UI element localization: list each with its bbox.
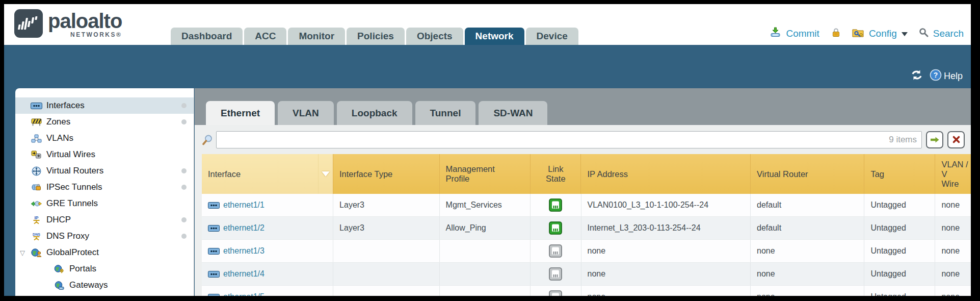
sidebar-item-label: IPSec Tunnels	[46, 182, 102, 192]
commit-button[interactable]: Commit	[786, 28, 819, 39]
gre-tunnels-icon	[30, 200, 43, 208]
interface-icon	[208, 225, 220, 232]
sidebar-item-ipsec-tunnels[interactable]: IPSec Tunnels	[15, 179, 194, 195]
sidebar-item-vlans[interactable]: VLANs	[15, 130, 194, 146]
dns-proxy-icon: DNS	[30, 232, 43, 241]
sort-dropdown-button[interactable]	[318, 154, 333, 194]
cell-virtual-router: none	[751, 240, 864, 262]
link-state-up-icon	[549, 221, 562, 235]
main-area: InterfacesZonesVLANsVirtual WiresVirtual…	[4, 88, 971, 296]
cell-ip-address: none	[581, 263, 751, 285]
expander-triangle-icon[interactable]: ▽	[20, 249, 25, 257]
search-button[interactable]: Search	[933, 28, 964, 39]
refresh-icon[interactable]	[910, 69, 923, 83]
cell-interface: ethernet1/5	[202, 286, 333, 296]
column-header-link-state[interactable]: LinkState	[531, 154, 581, 194]
link-state-down-icon	[549, 244, 562, 258]
sidebar-item-globalprotect[interactable]: ▽GlobalProtect	[15, 244, 194, 261]
help-icon: ?	[930, 69, 942, 84]
subtab-ethernet[interactable]: Ethernet	[206, 101, 275, 125]
nav-tab-network[interactable]: Network	[465, 28, 524, 45]
column-header-mgmt-profile[interactable]: ManagementProfile	[440, 154, 531, 194]
table-body: ethernet1/1Layer3Mgmt_ServicesVLAN0100_L…	[202, 194, 971, 296]
subtab-vlan[interactable]: VLAN	[278, 101, 334, 125]
cell-link-state	[531, 240, 581, 262]
table-row-ethernet1-4[interactable]: ethernet1/4nonenoneUntaggednone	[202, 263, 971, 286]
sidebar-item-virtual-routers[interactable]: Virtual Routers	[15, 163, 194, 179]
cell-link-state	[531, 194, 581, 216]
sidebar-item-gre-tunnels[interactable]: GRE Tunnels	[15, 195, 194, 212]
cell-tag: Untagged	[864, 217, 935, 239]
nav-tab-acc[interactable]: ACC	[244, 28, 286, 45]
column-header-ip[interactable]: IP Address	[581, 154, 751, 194]
subtab-loopback[interactable]: Loopback	[337, 101, 412, 125]
column-header-type[interactable]: Interface Type	[333, 154, 440, 194]
nav-tab-dashboard[interactable]: Dashboard	[171, 28, 243, 45]
clear-filter-button[interactable]	[947, 131, 965, 148]
sidebar-item-label: VLANs	[46, 133, 73, 143]
cell-virtual-router: default	[751, 194, 864, 216]
link-state-down-icon	[549, 267, 562, 281]
zones-icon	[30, 118, 43, 126]
interface-link[interactable]: ethernet1/4	[223, 269, 264, 279]
apply-filter-button[interactable]	[926, 131, 943, 148]
sidebar-item-dhcp[interactable]: IPDHCP	[15, 212, 194, 228]
help-button[interactable]: ? Help	[930, 69, 963, 84]
sort-triangle-icon	[322, 171, 330, 177]
cell-vlan-wire: none	[935, 240, 971, 262]
nav-tab-device[interactable]: Device	[526, 28, 578, 45]
table-row-ethernet1-5[interactable]: ethernet1/5nonenoneUntaggednone	[202, 286, 971, 296]
cell-interface-type	[333, 286, 439, 296]
interface-link[interactable]: ethernet1/1	[223, 200, 264, 210]
subtab-sd-wan[interactable]: SD-WAN	[479, 101, 547, 125]
lock-icon[interactable]	[831, 28, 841, 40]
cell-link-state	[531, 286, 581, 296]
status-dot	[181, 119, 187, 124]
sidebar-item-virtual-wires[interactable]: Virtual Wires	[15, 146, 194, 163]
sidebar-item-label: DNS Proxy	[46, 231, 89, 241]
sidebar-item-interfaces[interactable]: Interfaces	[15, 97, 194, 114]
help-label: Help	[944, 71, 963, 82]
cell-interface-type: Layer3	[333, 217, 439, 239]
table-row-ethernet1-1[interactable]: ethernet1/1Layer3Mgmt_ServicesVLAN0100_L…	[202, 194, 971, 217]
config-button[interactable]: Config	[869, 28, 897, 39]
cell-management-profile	[440, 263, 531, 285]
link-state-down-icon	[549, 290, 562, 296]
sidebar-item-zones[interactable]: Zones	[15, 114, 194, 130]
sidebar-item-gateways[interactable]: Gateways	[15, 277, 194, 293]
cell-interface-type: Layer3	[333, 194, 439, 216]
subtabs: EthernetVLANLoopbackTunnelSD-WAN	[206, 101, 547, 125]
content-area: EthernetVLANLoopbackTunnelSD-WAN 9 items…	[195, 88, 971, 296]
logo-wordmark: paloalto	[48, 9, 122, 33]
cell-management-profile: Mgmt_Services	[440, 194, 531, 216]
interface-link[interactable]: ethernet1/3	[223, 246, 264, 256]
cell-tag: Untagged	[864, 286, 935, 296]
sidebar-item-portals[interactable]: Portals	[15, 261, 194, 277]
svg-text:IP: IP	[34, 215, 38, 220]
cell-ip-address: Internet_L3_203-0-113-254--24	[581, 217, 751, 239]
filter-input[interactable]	[216, 131, 922, 148]
table-row-ethernet1-2[interactable]: ethernet1/2Layer3Allow_PingInternet_L3_2…	[202, 217, 971, 240]
interface-link[interactable]: ethernet1/2	[223, 223, 264, 233]
nav-tab-monitor[interactable]: Monitor	[288, 28, 345, 45]
cell-vlan-wire: none	[935, 263, 971, 285]
cell-ip-address: none	[581, 286, 751, 296]
cell-link-state	[531, 263, 581, 285]
subtab-tunnel[interactable]: Tunnel	[415, 101, 476, 125]
interface-link[interactable]: ethernet1/5	[223, 292, 264, 296]
column-header-vlan-wire[interactable]: VLAN / VWire	[935, 154, 971, 194]
svg-text:?: ?	[934, 71, 938, 79]
column-header-virtual-router[interactable]: Virtual Router	[751, 154, 864, 194]
sidebar-item-dns-proxy[interactable]: DNSDNS Proxy	[15, 228, 194, 244]
logo-text: paloalto NETWORKS®	[48, 9, 122, 38]
ipsec-tunnels-icon	[30, 183, 43, 191]
column-header-interface[interactable]: Interface	[202, 154, 333, 194]
column-header-tag[interactable]: Tag	[864, 154, 935, 194]
config-caret-icon[interactable]	[902, 32, 908, 36]
nav-tab-policies[interactable]: Policies	[347, 28, 405, 45]
cell-ip-address: VLAN0100_L3_10-1-100-254--24	[581, 194, 751, 216]
link-state-up-icon	[549, 198, 562, 212]
nav-tab-objects[interactable]: Objects	[406, 28, 463, 45]
table-row-ethernet1-3[interactable]: ethernet1/3nonenoneUntaggednone	[202, 240, 971, 263]
cell-vlan-wire: none	[935, 286, 971, 296]
